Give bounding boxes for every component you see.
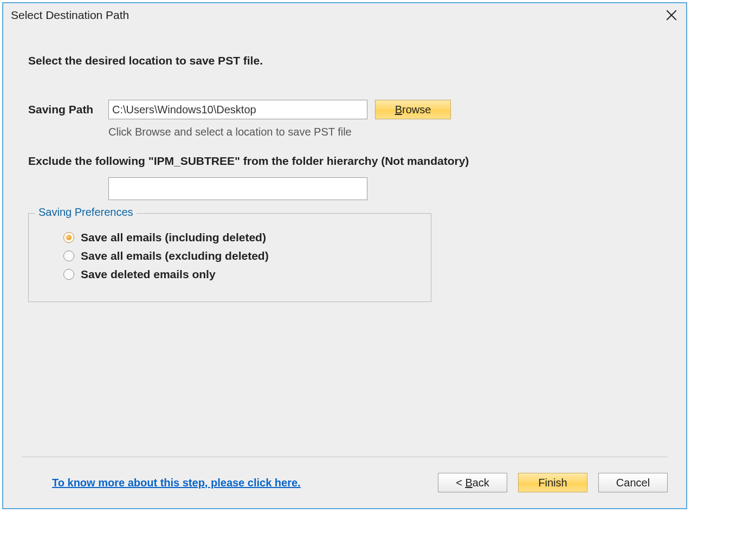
radio-row-save-deleted-only[interactable]: Save deleted emails only	[63, 268, 420, 281]
saving-preferences-group: Saving Preferences Save all emails (incl…	[28, 213, 431, 302]
finish-button[interactable]: Finish	[518, 473, 587, 492]
button-group: < Back Finish Cancel	[438, 473, 668, 492]
instruction-heading: Select the desired location to save PST …	[28, 54, 661, 67]
close-icon	[666, 10, 677, 21]
dialog-title: Select Destination Path	[11, 9, 129, 22]
titlebar: Select Destination Path	[3, 3, 686, 27]
radio-label: Save deleted emails only	[81, 268, 216, 281]
radio-row-save-all-including[interactable]: Save all emails (including deleted)	[63, 231, 420, 244]
saving-path-input[interactable]	[108, 100, 367, 119]
saving-path-label: Saving Path	[28, 103, 108, 116]
back-prefix: <	[456, 477, 465, 489]
saving-path-row: Saving Path Browse	[28, 100, 661, 119]
help-link[interactable]: To know more about this step, please cli…	[52, 477, 301, 489]
back-button[interactable]: < Back	[438, 473, 507, 492]
radio-label: Save all emails (excluding deleted)	[81, 249, 269, 262]
radio-save-all-excluding[interactable]	[63, 251, 74, 261]
browse-button[interactable]: Browse	[375, 100, 451, 119]
exclude-input[interactable]	[108, 177, 367, 200]
cancel-button[interactable]: Cancel	[598, 473, 668, 492]
saving-path-hint: Click Browse and select a location to sa…	[108, 126, 661, 138]
radio-row-save-all-excluding[interactable]: Save all emails (excluding deleted)	[63, 249, 420, 262]
browse-label-rest: rowse	[402, 104, 431, 116]
saving-preferences-legend: Saving Preferences	[35, 206, 137, 219]
dialog-footer: To know more about this step, please cli…	[3, 457, 686, 508]
close-button[interactable]	[662, 6, 681, 24]
radio-save-all-including[interactable]	[63, 232, 74, 243]
exclude-label: Exclude the following "IPM_SUBTREE" from…	[28, 155, 661, 168]
radio-label: Save all emails (including deleted)	[81, 231, 266, 244]
back-mnemonic: B	[465, 477, 472, 489]
dialog-content: Select the desired location to save PST …	[3, 27, 686, 457]
back-rest: ack	[473, 477, 489, 489]
browse-mnemonic: B	[395, 104, 402, 116]
radio-save-deleted-only[interactable]	[63, 269, 74, 280]
select-destination-dialog: Select Destination Path Select the desir…	[2, 2, 687, 509]
